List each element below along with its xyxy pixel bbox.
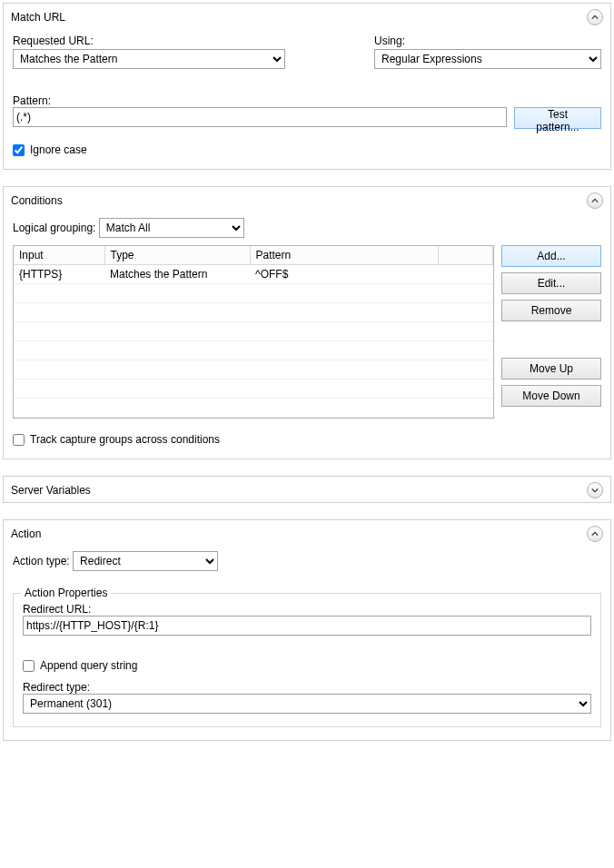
chevron-down-icon xyxy=(591,487,599,494)
track-capture-label: Track capture groups across conditions xyxy=(30,433,220,446)
edit-button[interactable]: Edit... xyxy=(501,272,601,294)
ignore-case-checkbox[interactable] xyxy=(13,144,25,156)
col-type: Type xyxy=(104,246,250,265)
chevron-up-icon xyxy=(591,530,599,538)
ignore-case-label: Ignore case xyxy=(30,143,87,156)
logical-grouping-label: Logical grouping: xyxy=(13,222,95,234)
using-label: Using: xyxy=(374,35,601,47)
cell-input: {HTTPS} xyxy=(14,265,104,284)
move-down-button[interactable]: Move Down xyxy=(501,385,601,407)
table-row xyxy=(14,360,493,380)
table-row[interactable]: {HTTPS} Matches the Pattern ^OFF$ xyxy=(14,265,493,284)
add-button[interactable]: Add... xyxy=(501,245,601,267)
conditions-title: Conditions xyxy=(11,194,587,207)
requested-url-select[interactable]: Matches the Pattern xyxy=(13,49,285,69)
match-url-title: Match URL xyxy=(11,11,587,24)
cell-pattern: ^OFF$ xyxy=(250,265,439,284)
table-row xyxy=(14,399,493,418)
action-properties-legend: Action Properties xyxy=(21,587,111,599)
collapse-conditions[interactable] xyxy=(587,192,603,209)
conditions-panel: Conditions Logical grouping: Match All I… xyxy=(3,186,611,459)
collapse-action[interactable] xyxy=(587,526,603,542)
redirect-type-select[interactable]: Permanent (301) xyxy=(23,694,591,714)
action-type-select[interactable]: Redirect xyxy=(73,551,218,571)
redirect-url-input[interactable] xyxy=(23,616,591,636)
chevron-up-icon xyxy=(591,197,599,204)
server-variables-panel: Server Variables xyxy=(3,476,611,503)
using-select[interactable]: Regular Expressions xyxy=(374,49,601,69)
table-row xyxy=(14,341,493,360)
track-capture-checkbox[interactable] xyxy=(13,434,25,446)
action-type-label: Action type: xyxy=(13,555,70,567)
action-title: Action xyxy=(11,528,587,540)
action-panel: Action Action type: Redirect Action Prop… xyxy=(3,519,611,741)
server-variables-title: Server Variables xyxy=(11,484,587,497)
append-query-label: Append query string xyxy=(40,659,137,672)
pattern-label: Pattern: xyxy=(13,94,51,107)
test-pattern-button[interactable]: Test pattern... xyxy=(514,107,601,129)
requested-url-label: Requested URL: xyxy=(13,35,285,47)
logical-grouping-select[interactable]: Match All xyxy=(99,218,244,238)
match-url-panel: Match URL Requested URL: Matches the Pat… xyxy=(3,3,611,170)
pattern-input[interactable] xyxy=(13,107,507,127)
table-row xyxy=(14,303,493,322)
col-blank xyxy=(439,246,493,265)
move-up-button[interactable]: Move Up xyxy=(501,358,601,380)
col-pattern: Pattern xyxy=(250,246,439,265)
table-row xyxy=(14,380,493,399)
chevron-up-icon xyxy=(591,14,599,21)
action-properties-group: Action Properties Redirect URL: Append q… xyxy=(13,593,601,727)
col-input: Input xyxy=(14,246,104,265)
redirect-url-label: Redirect URL: xyxy=(23,603,91,616)
redirect-type-label: Redirect type: xyxy=(23,681,90,694)
cell-type: Matches the Pattern xyxy=(104,265,250,284)
expand-server-variables[interactable] xyxy=(587,482,603,498)
collapse-match-url[interactable] xyxy=(587,9,603,25)
table-row xyxy=(14,284,493,303)
table-row xyxy=(14,322,493,341)
append-query-checkbox[interactable] xyxy=(23,660,35,672)
conditions-table[interactable]: Input Type Pattern {HTTPS} Matches the P… xyxy=(13,245,494,419)
remove-button[interactable]: Remove xyxy=(501,300,601,321)
